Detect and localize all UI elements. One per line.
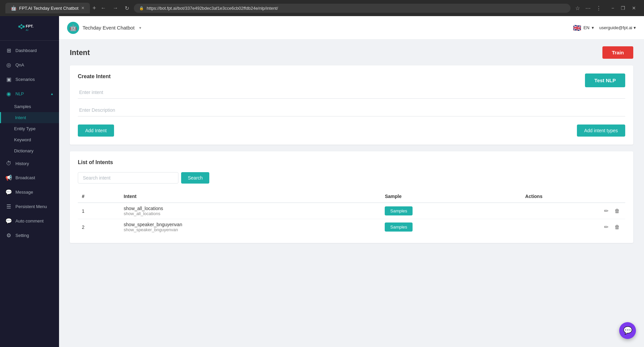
delete-button[interactable]: 🗑: [613, 223, 621, 232]
sidebar-item-label: Broadcast: [15, 175, 35, 180]
col-sample: Sample: [381, 190, 521, 203]
row-sample: Samples: [381, 219, 521, 235]
tab-close-btn[interactable]: ✕: [81, 6, 85, 10]
action-buttons: ✏ 🗑: [525, 222, 621, 232]
main-content: 🤖 Techday Event Chatbot ▾ 🇬🇧 EN ▾ usergu…: [59, 16, 644, 347]
page-content: Intent Train Create Intent Test NLP Add …: [59, 40, 644, 347]
search-bar: Search: [78, 172, 625, 184]
sidebar: FPT. AI ⊞ Dashboard ◎ QnA ▣ Scenarios ◉: [0, 16, 59, 347]
menu-btn[interactable]: ⋮: [594, 4, 603, 13]
address-bar[interactable]: 🔒 https://bot.fpt.ai/bot/337e492bdec3af1…: [134, 4, 570, 13]
row-actions: ✏ 🗑: [521, 219, 625, 235]
back-btn[interactable]: ←: [99, 4, 108, 12]
top-bar: 🤖 Techday Event Chatbot ▾ 🇬🇧 EN ▾ usergu…: [59, 16, 644, 40]
user-arrow-icon: ▾: [634, 25, 636, 30]
page-header: Intent Train: [59, 40, 644, 65]
user-email: userguide@fpt.ai: [599, 25, 632, 30]
sidebar-item-entity-type[interactable]: Entity Type: [0, 123, 59, 134]
qna-icon: ◎: [5, 62, 12, 68]
test-nlp-button[interactable]: Test NLP: [585, 73, 625, 87]
sidebar-item-intent[interactable]: Intent: [0, 112, 59, 123]
sidebar-item-broadcast[interactable]: 📢 Broadcast: [0, 170, 59, 185]
row-num: 2: [78, 219, 120, 235]
sidebar-item-setting[interactable]: ⚙ Setting: [0, 228, 59, 243]
row-intent-name: show_speaker_bnguyenvan show_speaker_bng…: [120, 219, 381, 235]
sidebar-item-label: QnA: [15, 62, 24, 67]
chat-bubble-button[interactable]: 💬: [619, 322, 636, 339]
sidebar-item-samples[interactable]: Samples: [0, 101, 59, 112]
browser-tab[interactable]: 🤖 FPT.AI Techday Event Chatbot ✕: [5, 3, 90, 13]
message-icon: 💬: [5, 189, 12, 195]
user-menu[interactable]: userguide@fpt.ai ▾: [599, 25, 636, 30]
browser-controls: ← → ↻: [99, 4, 131, 13]
col-num: #: [78, 190, 120, 203]
sidebar-item-nlp[interactable]: ◉ NLP ▲: [0, 87, 59, 101]
row-actions: ✏ 🗑: [521, 203, 625, 219]
row-num: 1: [78, 203, 120, 219]
extensions-btn[interactable]: ⋯: [583, 4, 593, 13]
add-intent-button[interactable]: Add Intent: [78, 125, 114, 137]
sidebar-item-history[interactable]: ⏱ History: [0, 156, 59, 170]
table-header: # Intent Sample Actions: [78, 190, 625, 203]
reload-btn[interactable]: ↻: [123, 4, 131, 13]
sidebar-item-dashboard[interactable]: ⊞ Dashboard: [0, 43, 59, 58]
sidebar-item-persistent-menu[interactable]: ☰ Persistent Menu: [0, 199, 59, 214]
search-intent-input[interactable]: [78, 172, 178, 184]
top-bar-right: 🇬🇧 EN ▾ userguide@fpt.ai ▾: [573, 24, 636, 32]
nlp-icon: ◉: [5, 91, 12, 97]
samples-button[interactable]: Samples: [385, 206, 413, 215]
sidebar-item-message[interactable]: 💬 Message: [0, 185, 59, 199]
intent-name-text: show_all_locations: [124, 206, 377, 211]
edit-button[interactable]: ✏: [603, 206, 610, 215]
sidebar-item-label: Persistent Menu: [15, 204, 47, 209]
browser-actions: ☆ ⋯ ⋮: [573, 4, 603, 13]
list-intents-title: List of Intents: [78, 159, 625, 165]
bookmark-btn[interactable]: ☆: [573, 4, 582, 13]
search-button[interactable]: Search: [181, 172, 209, 184]
sidebar-item-label: Dashboard: [15, 48, 37, 53]
sidebar-item-keyword[interactable]: Keyword: [0, 134, 59, 145]
row-sample: Samples: [381, 203, 521, 219]
win-close-btn[interactable]: ✕: [629, 5, 639, 11]
sidebar-item-label: Intent: [15, 115, 26, 120]
win-maximize-btn[interactable]: ❐: [618, 5, 628, 11]
tab-title: FPT.AI Techday Event Chatbot: [19, 6, 78, 11]
sidebar-item-label: Scenarios: [15, 77, 35, 82]
nlp-submenu: Samples Intent Entity Type Keyword Dicti…: [0, 101, 59, 156]
new-tab-btn[interactable]: +: [93, 5, 96, 12]
intent-number: 2: [82, 225, 85, 230]
sidebar-nav: ⊞ Dashboard ◎ QnA ▣ Scenarios ◉ NLP ▲: [0, 41, 59, 347]
create-intent-title: Create Intent: [78, 73, 625, 80]
delete-button[interactable]: 🗑: [613, 207, 621, 215]
samples-button[interactable]: Samples: [385, 222, 413, 232]
sidebar-item-auto-comment[interactable]: 💬 Auto comment: [0, 214, 59, 228]
svg-text:AI: AI: [26, 29, 29, 32]
lock-icon: 🔒: [139, 6, 144, 10]
add-intent-types-button[interactable]: Add intent types: [577, 125, 625, 137]
forward-btn[interactable]: →: [111, 4, 120, 12]
win-minimize-btn[interactable]: −: [609, 5, 617, 11]
auto-comment-icon: 💬: [5, 218, 12, 224]
train-button[interactable]: Train: [602, 46, 633, 59]
page-title: Intent: [70, 48, 90, 57]
sidebar-item-label: Setting: [15, 233, 29, 238]
table-row: 1 show_all_locations show_all_locations …: [78, 203, 625, 219]
row-intent-name: show_all_locations show_all_locations: [120, 203, 381, 219]
sidebar-item-label: Dictionary: [14, 148, 34, 153]
sidebar-item-label: History: [15, 161, 29, 166]
sidebar-item-dictionary[interactable]: Dictionary: [0, 145, 59, 156]
sidebar-item-scenarios[interactable]: ▣ Scenarios: [0, 72, 59, 87]
bot-selector[interactable]: 🤖 Techday Event Chatbot ▾: [67, 22, 141, 34]
sidebar-item-label: Entity Type: [14, 126, 36, 131]
edit-button[interactable]: ✏: [603, 222, 610, 232]
table-row: 2 show_speaker_bnguyenvan show_speaker_b…: [78, 219, 625, 235]
lang-text: EN: [583, 25, 589, 30]
intent-description-input[interactable]: [78, 104, 625, 116]
flag-icon: 🇬🇧: [573, 24, 581, 32]
language-selector[interactable]: 🇬🇧 EN ▾: [573, 24, 594, 32]
intent-name-input[interactable]: [78, 86, 625, 99]
intent-alias-text: show_all_locations: [124, 211, 377, 216]
dashboard-icon: ⊞: [5, 47, 12, 54]
history-icon: ⏱: [5, 160, 12, 166]
sidebar-item-qna[interactable]: ◎ QnA: [0, 58, 59, 72]
